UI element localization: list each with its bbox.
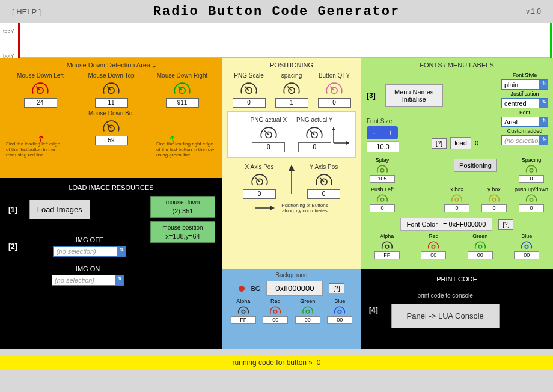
mdt-label: Mouse Down Top: [88, 72, 134, 79]
bg-hex-readout[interactable]: 0xff000000: [266, 281, 323, 296]
ybox-label: y box: [487, 186, 501, 192]
pos-hint: Positioning of Buttons along x,y coordin…: [281, 203, 329, 213]
fonts-positioning-button[interactable]: Positioning: [454, 159, 497, 172]
step3-label: [3]: [367, 91, 376, 100]
load-images-button[interactable]: Load Images: [29, 200, 90, 219]
ybox-readout[interactable]: 0: [481, 204, 507, 212]
fred-readout[interactable]: 00: [421, 251, 446, 259]
pngscale-readout[interactable]: 0: [233, 98, 266, 108]
status-index: 0: [317, 358, 321, 367]
fontcolor-readout[interactable]: Font Color = 0xFF000000: [400, 218, 493, 231]
alpha-readout[interactable]: FF: [231, 316, 256, 324]
mdb-readout[interactable]: 59: [95, 136, 128, 145]
fontstyle-select[interactable]: plain: [501, 79, 548, 90]
pushleft-readout[interactable]: 0: [370, 204, 395, 212]
bg-label: BG: [251, 285, 260, 292]
dial-knob-icon[interactable]: [427, 240, 440, 251]
dial-knob-icon[interactable]: [525, 193, 538, 204]
detection-strip[interactable]: topY botY: [0, 23, 553, 58]
pushud-readout[interactable]: 0: [519, 204, 544, 212]
fontsize-decr-button[interactable]: -: [367, 126, 382, 139]
print-title: PRINT CODE: [369, 275, 545, 283]
pushud-label: push up/down: [515, 186, 548, 192]
fspacing-readout[interactable]: 0: [519, 175, 544, 183]
background-panel: Background BG 0xff000000 [?] Alpha FF Re…: [222, 269, 361, 349]
fgreen-label: Green: [472, 233, 487, 239]
falpha-readout[interactable]: FF: [374, 251, 400, 259]
dial-knob-icon[interactable]: [450, 193, 463, 204]
dial-knob-icon[interactable]: [376, 193, 389, 204]
dial-knob-icon[interactable]: [101, 80, 121, 97]
dial-knob-icon[interactable]: [301, 305, 314, 316]
xpos-readout[interactable]: 0: [243, 189, 276, 199]
fblue-readout[interactable]: 00: [514, 251, 539, 259]
fonts-title: FONTS / MENU LABELS: [367, 61, 547, 69]
dial-knob-icon[interactable]: [269, 305, 282, 316]
dial-knob-icon[interactable]: [239, 80, 259, 97]
pngay-label: PNG actual Y: [296, 117, 332, 123]
dial-knob-icon[interactable]: [237, 305, 250, 316]
mdl-readout[interactable]: 24: [24, 98, 57, 108]
menu-init-button[interactable]: Menu Names Initialise: [385, 84, 443, 107]
svg-marker-21: [332, 127, 335, 130]
pngax-readout[interactable]: 0: [252, 142, 285, 152]
svg-point-39: [530, 198, 533, 201]
dial-knob-icon[interactable]: [314, 171, 334, 188]
dial-knob-icon[interactable]: [101, 118, 121, 135]
dial-knob-icon[interactable]: [333, 305, 346, 316]
dial-knob-icon[interactable]: [30, 80, 50, 97]
dial-knob-icon[interactable]: [172, 80, 192, 97]
btnqty-readout[interactable]: 0: [318, 98, 351, 108]
help-link[interactable]: [ HELP ]: [12, 7, 41, 16]
svg-point-34: [380, 168, 384, 172]
dial-knob-icon[interactable]: [304, 124, 325, 141]
red-guide[interactable]: [18, 23, 20, 58]
xbox-readout[interactable]: 0: [444, 204, 469, 212]
mouse-down-val: (2) 351: [154, 207, 211, 215]
pngay-readout[interactable]: 0: [298, 142, 331, 152]
print-console-button[interactable]: Panel -> LUA Console: [391, 304, 500, 328]
mdt-readout[interactable]: 11: [95, 98, 128, 108]
fontcolor-help-button[interactable]: [?]: [498, 219, 513, 230]
mdr-readout[interactable]: 911: [166, 98, 199, 108]
xpos-label: X Axis Pos: [245, 164, 274, 170]
imgon-select[interactable]: (no selection): [52, 275, 124, 286]
font-select[interactable]: Arial: [501, 117, 548, 127]
splay-readout[interactable]: 105: [370, 175, 395, 183]
green-guide[interactable]: [550, 23, 552, 58]
ypos-readout[interactable]: 0: [307, 189, 340, 199]
dial-knob-icon[interactable]: [249, 171, 270, 188]
svg-point-37: [455, 198, 459, 201]
alpha-label: Alpha: [236, 298, 250, 304]
red-readout[interactable]: 00: [263, 316, 288, 324]
splay-label: Splay: [376, 157, 390, 163]
fontsize-value[interactable]: 10.0: [367, 141, 399, 152]
dial-knob-icon[interactable]: [380, 240, 394, 251]
status-text: running code for button »: [233, 358, 313, 367]
dial-knob-icon[interactable]: [324, 80, 344, 97]
status-bar: running code for button » 0: [0, 356, 553, 369]
bg-help-button[interactable]: [?]: [329, 283, 344, 293]
dial-knob-icon[interactable]: [376, 164, 389, 174]
xbox-label: x box: [450, 186, 463, 192]
svg-point-40: [385, 245, 389, 248]
spacing-readout[interactable]: 1: [275, 98, 308, 108]
mouse-down-title: Mouse Down Detection Area ‡: [6, 61, 216, 69]
custom-select[interactable]: (no selection): [501, 135, 548, 145]
dial-knob-icon[interactable]: [474, 240, 487, 251]
blue-readout[interactable]: 00: [327, 316, 352, 324]
fgreen-readout[interactable]: 00: [468, 251, 493, 259]
dial-knob-icon[interactable]: [281, 80, 302, 97]
fonts-help-button[interactable]: [?]: [432, 138, 447, 149]
dial-knob-icon[interactable]: [258, 124, 279, 141]
imgoff-select[interactable]: (no selection): [53, 246, 126, 257]
mouse-down-readout: mouse down (2) 351: [150, 196, 215, 218]
load-button[interactable]: load: [450, 137, 471, 149]
fontsize-incr-button[interactable]: +: [382, 126, 398, 139]
dial-knob-icon[interactable]: [520, 240, 533, 251]
svg-point-30: [242, 310, 245, 313]
green-readout[interactable]: 00: [295, 316, 320, 324]
dial-knob-icon[interactable]: [487, 193, 501, 204]
just-select[interactable]: centred: [501, 98, 548, 108]
dial-knob-icon[interactable]: [525, 164, 538, 174]
